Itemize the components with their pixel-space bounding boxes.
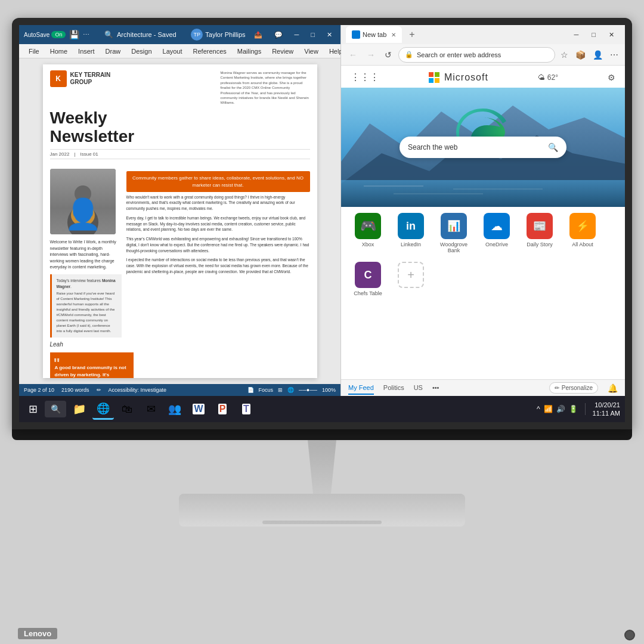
ms-logo bbox=[429, 72, 439, 83]
edge-restore-btn[interactable]: □ bbox=[586, 29, 602, 41]
address-bar[interactable]: 🔒 Search or enter web address bbox=[398, 47, 555, 63]
add-icon-btn[interactable]: + bbox=[398, 262, 424, 288]
app-icon-daily-story[interactable]: 📰 Daily Story bbox=[522, 213, 557, 253]
personalize-icon: ✏ bbox=[555, 385, 559, 391]
tray-show-icon[interactable]: ^ bbox=[537, 405, 540, 413]
zoom-slider[interactable]: ──●── bbox=[299, 387, 317, 393]
highlight-intro: Today's interview features Monina Wagner… bbox=[57, 278, 117, 290]
app-icon-woodgrove[interactable]: 📊 Woodgrove Bank bbox=[436, 213, 471, 253]
forward-btn[interactable]: → bbox=[364, 48, 378, 61]
save-icon[interactable]: 💾 bbox=[69, 30, 79, 39]
word-minimize-btn[interactable]: ─ bbox=[291, 30, 303, 39]
menu-insert[interactable]: Insert bbox=[73, 46, 100, 57]
taskbar-mail[interactable]: ✉ bbox=[140, 398, 162, 420]
back-btn[interactable]: ← bbox=[346, 48, 360, 61]
app-icon-add[interactable]: + bbox=[394, 262, 428, 296]
word-extra-icon[interactable]: ⋯ bbox=[83, 31, 89, 39]
edge-title-bar: New tab ✕ + ─ □ ✕ bbox=[341, 25, 625, 44]
taskbar-word[interactable]: W bbox=[188, 398, 209, 420]
word-title-right: TP Taylor Phillips 📤 💬 ─ □ ✕ bbox=[191, 29, 336, 41]
search-box[interactable]: Search the web 🔍 bbox=[400, 137, 566, 158]
newsletter-right-col: Community members gather to share ideas,… bbox=[126, 169, 310, 348]
favorites-icon[interactable]: ☆ bbox=[559, 48, 570, 61]
personalize-label: Personalize bbox=[562, 385, 593, 391]
notification-btn[interactable]: 🔔 bbox=[608, 383, 618, 393]
print-layout-icon[interactable]: 📄 bbox=[247, 387, 254, 393]
new-tab-btn[interactable]: + bbox=[405, 29, 418, 40]
menu-file[interactable]: File bbox=[24, 46, 44, 57]
word-maximize-btn[interactable]: □ bbox=[307, 30, 318, 39]
wifi-icon[interactable]: 📶 bbox=[544, 405, 553, 413]
powerpoint-icon: P bbox=[218, 404, 227, 414]
menu-review[interactable]: Review bbox=[267, 46, 298, 57]
user-profile-icon[interactable]: 👤 bbox=[591, 48, 605, 61]
search-icon[interactable]: 🔍 bbox=[104, 30, 113, 39]
taskbar-store[interactable]: 🛍 bbox=[116, 398, 138, 420]
app-icon-onedrive[interactable]: ☁ OneDrive bbox=[479, 213, 514, 253]
app-icon-xbox[interactable]: 🎮 Xbox bbox=[351, 213, 385, 253]
all-about-icon-symbol: ⚡ bbox=[576, 219, 589, 233]
mail-icon: ✉ bbox=[147, 402, 156, 416]
edge-close-btn[interactable]: ✕ bbox=[603, 29, 620, 41]
new-tab-settings-icon[interactable]: ⚙ bbox=[608, 73, 615, 82]
status-right: 📄 Focus ⊞ 🌐 ──●── 100% bbox=[247, 387, 336, 393]
battery-icon[interactable]: 🔋 bbox=[569, 405, 578, 413]
onedrive-icon-img: ☁ bbox=[484, 213, 510, 239]
menu-layout[interactable]: Layout bbox=[158, 46, 187, 57]
monitor-base bbox=[179, 494, 465, 527]
taskbar-explorer[interactable]: 📁 bbox=[69, 398, 90, 420]
newsletter-logo: K KEY TERRAINGROUP bbox=[50, 70, 111, 87]
explorer-icon: 📁 bbox=[73, 402, 86, 416]
start-btn[interactable]: ⊞ bbox=[24, 400, 42, 418]
layout-icon[interactable]: ⊞ bbox=[278, 387, 283, 393]
apps-grid-icon[interactable]: ⋮⋮⋮ bbox=[351, 72, 379, 83]
focus-btn[interactable]: Focus bbox=[259, 387, 274, 393]
system-clock[interactable]: 10/20/21 11:11 AM bbox=[593, 401, 620, 418]
word-close-btn[interactable]: ✕ bbox=[323, 30, 336, 40]
word-share-btn[interactable]: 📤 bbox=[250, 30, 266, 40]
app-icon-all-about[interactable]: ⚡ All About bbox=[565, 213, 600, 253]
news-tab-us[interactable]: US bbox=[414, 382, 423, 395]
search-submit-btn[interactable]: 🔍 bbox=[548, 143, 558, 152]
menu-home[interactable]: Home bbox=[45, 46, 72, 57]
menu-draw[interactable]: Draw bbox=[101, 46, 126, 57]
power-button[interactable] bbox=[624, 630, 635, 640]
taskbar-search-btn[interactable]: 🔍 bbox=[45, 401, 66, 417]
taskbar-teams2[interactable]: T bbox=[236, 398, 257, 420]
collections-icon[interactable]: 📦 bbox=[574, 48, 587, 61]
weather-widget[interactable]: 🌤 62° bbox=[538, 73, 558, 82]
edge-tab-close[interactable]: ✕ bbox=[391, 32, 396, 38]
body-para-3: This year's CMWorld was exhilarating and… bbox=[126, 236, 310, 253]
settings-more-btn[interactable]: ⋯ bbox=[608, 48, 620, 61]
web-layout-icon[interactable]: 🌐 bbox=[287, 387, 294, 393]
menu-references[interactable]: References bbox=[188, 46, 231, 57]
edge-pane: New tab ✕ + ─ □ ✕ ← bbox=[341, 25, 625, 396]
news-tab-politics[interactable]: Politics bbox=[383, 382, 404, 395]
accessibility-status[interactable]: Accessibility: Investigate bbox=[109, 387, 167, 393]
newsletter-title-line1: Weekly bbox=[50, 109, 107, 127]
edge-toolbar-right: ☆ 📦 👤 ⋯ bbox=[559, 48, 620, 61]
news-tab-myfeed[interactable]: My Feed bbox=[348, 382, 374, 395]
app-icon-linkedin[interactable]: in LinkedIn bbox=[394, 213, 428, 253]
taskbar-powerpoint[interactable]: P bbox=[212, 398, 233, 420]
volume-icon[interactable]: 🔊 bbox=[556, 405, 565, 413]
news-more-btn[interactable]: ••• bbox=[432, 382, 439, 395]
personalize-btn[interactable]: ✏ Personalize bbox=[549, 382, 598, 394]
search-container: Search the web 🔍 bbox=[400, 137, 566, 158]
search-text: Search the web bbox=[408, 143, 543, 151]
taskbar-right: ^ 📶 🔊 🔋 10/20/21 11:11 AM bbox=[537, 401, 620, 418]
autosave-toggle[interactable]: AutoSave On bbox=[24, 31, 66, 38]
app-icon-chefs-table[interactable]: C Chefs Table bbox=[351, 262, 385, 296]
newsletter-title-line2: Newsletter bbox=[50, 127, 135, 145]
refresh-btn[interactable]: ↺ bbox=[382, 48, 395, 61]
taskbar-teams[interactable]: 👥 bbox=[164, 398, 185, 420]
word-comments-btn[interactable]: 💬 bbox=[271, 30, 286, 40]
menu-design[interactable]: Design bbox=[126, 46, 156, 57]
edge-minimize-btn[interactable]: ─ bbox=[568, 29, 585, 41]
newsletter-signature: Leah bbox=[50, 341, 122, 348]
onedrive-label: OneDrive bbox=[485, 242, 508, 247]
edge-tab-active[interactable]: New tab ✕ bbox=[346, 26, 402, 43]
menu-view[interactable]: View bbox=[299, 46, 323, 57]
taskbar-edge[interactable]: 🌐 bbox=[92, 398, 114, 420]
menu-mailings[interactable]: Mailings bbox=[233, 46, 266, 57]
